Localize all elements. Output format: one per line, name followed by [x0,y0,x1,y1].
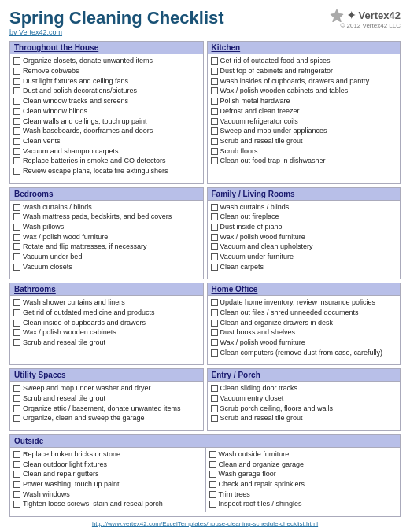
checkbox[interactable] [13,168,20,175]
section-family-header: Family / Living Rooms [208,188,401,201]
checkbox[interactable] [13,339,20,346]
checkbox[interactable] [13,395,20,402]
checkbox[interactable] [211,299,218,306]
checkbox[interactable] [13,253,20,260]
checkbox[interactable] [13,118,20,125]
list-item: Wash insides of cupboards, drawers and p… [211,77,397,87]
checkbox[interactable] [211,148,218,155]
checkbox[interactable] [211,243,218,250]
checkbox[interactable] [211,127,218,135]
checkbox[interactable] [209,461,216,468]
logo-area: ✦ Vertex42 © 2012 Vertex42 LLC [330,8,401,29]
checkbox[interactable] [13,385,20,392]
checkbox[interactable] [211,385,218,392]
checkbox[interactable] [13,108,20,115]
item-label: Wash curtains / blinds [220,203,290,212]
list-item: Clean out fireplace [211,212,397,222]
checkbox[interactable] [211,213,218,220]
list-item: Organize closets, donate unwanted items [13,57,200,66]
checkbox[interactable] [13,415,20,422]
checkbox[interactable] [211,157,218,164]
checkbox[interactable] [211,224,218,231]
checkbox[interactable] [211,87,218,94]
checkbox[interactable] [211,405,218,412]
section-bedrooms-body: Wash curtains / blindsWash mattress pads… [10,201,203,275]
checkbox[interactable] [211,78,218,85]
checkbox[interactable] [13,127,20,135]
list-item: Dust and polish decorations/pictures [13,87,200,96]
checkbox[interactable] [13,329,20,336]
section-kitchen-body: Get rid of outdated food and spicesDust … [208,54,401,168]
list-item: Remove cobwebs [13,67,200,76]
checkbox[interactable] [13,98,20,105]
checkbox[interactable] [13,309,20,316]
checkbox[interactable] [209,501,216,508]
checkbox[interactable] [13,243,20,250]
section-outside-left-body: Replace broken bricks or stoneClean outd… [10,448,205,512]
checkbox[interactable] [13,264,20,271]
checkbox[interactable] [13,451,20,458]
checkbox[interactable] [211,264,218,271]
checkbox[interactable] [211,68,218,75]
list-item: Vacuum and clean upholstery [211,242,397,252]
checkbox[interactable] [211,415,218,422]
checkbox[interactable] [13,57,20,65]
checkbox[interactable] [211,234,218,241]
item-label: Sweep and mop under appliances [220,127,327,136]
checkbox[interactable] [13,224,20,231]
header-subtitle[interactable]: by Vertex42.com [9,28,224,36]
checkbox[interactable] [209,451,216,458]
checkbox[interactable] [13,148,20,155]
checkbox[interactable] [13,471,20,478]
checkbox[interactable] [211,395,218,402]
checkbox[interactable] [211,253,218,260]
item-label: Clean window blinds [23,107,87,116]
checkbox[interactable] [13,501,20,508]
checkbox[interactable] [209,471,216,478]
footer[interactable]: http://www.vertex42.com/ExcelTemplates/h… [9,520,401,527]
footer-url[interactable]: http://www.vertex42.com/ExcelTemplates/h… [92,520,318,527]
item-label: Dust and polish decorations/pictures [23,87,137,96]
checkbox[interactable] [13,204,20,211]
logo: ✦ Vertex42 [330,8,401,22]
list-item: Vacuum under furniture [211,253,397,262]
checkbox[interactable] [13,213,20,220]
checkbox[interactable] [211,329,218,336]
checkbox[interactable] [13,299,20,306]
list-item: Check and repair sprinklers [209,480,397,490]
checkbox[interactable] [211,349,218,357]
list-item: Get rid of outdated food and spices [211,57,397,66]
list-item: Dust inside of piano [211,223,397,232]
page-title: Spring Cleaning Checklist [9,8,224,28]
list-item: Wash curtains / blinds [13,203,200,212]
checkbox[interactable] [13,405,20,412]
checkbox[interactable] [13,481,20,488]
checkbox[interactable] [211,108,218,115]
checkbox[interactable] [209,491,216,498]
list-item: Scrub floors [211,147,397,157]
checkbox[interactable] [13,87,20,94]
checkbox[interactable] [13,78,20,85]
checkbox[interactable] [211,320,218,327]
checkbox[interactable] [13,138,20,145]
checkbox[interactable] [211,204,218,211]
item-label: Tighten loose screws, stain and reseal p… [23,500,163,509]
item-label: Wash garage floor [219,470,276,479]
checkbox[interactable] [13,157,20,164]
checkbox[interactable] [211,98,218,105]
checkbox[interactable] [209,481,216,488]
list-item: Tighten loose screws, stain and reseal p… [13,500,202,509]
checkbox[interactable] [211,138,218,145]
item-label: Dust light fixtures and ceiling fans [23,77,128,87]
list-item: Organize, clean and sweep the garage [13,414,200,423]
checkbox[interactable] [211,118,218,125]
checkbox[interactable] [13,234,20,241]
checkbox[interactable] [13,461,20,468]
checkbox[interactable] [211,309,218,316]
checkbox[interactable] [13,68,20,75]
checkbox[interactable] [13,491,20,498]
checkbox[interactable] [211,339,218,346]
checkbox[interactable] [211,57,218,65]
checkbox[interactable] [13,320,20,327]
list-item: Wax / polish wood furniture [211,338,397,348]
